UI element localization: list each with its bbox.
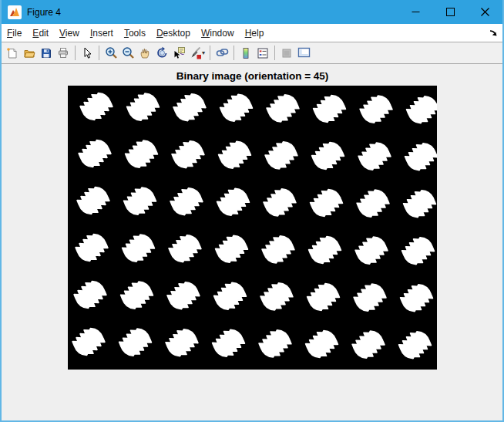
toolbar: ▾ [2,42,502,64]
menu-desktop[interactable]: Desktop [151,25,196,42]
axes-title: Binary image (orientation = 45) [68,70,437,82]
menu-window[interactable]: Window [196,25,240,42]
show-plot-tools-icon [297,46,311,59]
new-figure-button[interactable] [4,44,21,62]
toolbar-separator [234,46,234,60]
hide-plot-tools-icon [281,47,293,59]
zoom-in-button[interactable] [102,44,119,62]
figure-window: Figure 4 File Edit View [0,0,504,422]
menu-bar: File Edit View Insert Tools Desktop Wind… [2,24,502,42]
new-figure-icon [6,47,18,59]
rotate-3d-button[interactable] [153,44,170,62]
rotate-3d-icon [156,46,169,59]
insert-colorbar-icon [240,47,252,59]
pan-hand-icon [139,47,151,59]
brush-dropdown-caret[interactable]: ▾ [202,49,205,56]
print-figure-button[interactable] [55,44,72,62]
menu-view[interactable]: View [54,25,85,42]
binary-image [68,86,437,370]
dock-figure-arrow-icon [489,29,497,37]
dock-figure-button[interactable] [489,29,497,37]
figure-canvas: Binary image (orientation = 45) [2,64,502,420]
pan-button[interactable] [136,44,153,62]
toolbar-separator [99,46,99,60]
menu-help[interactable]: Help [240,25,270,42]
zoom-out-button[interactable] [119,44,136,62]
matlab-logo-icon [8,5,22,19]
edit-plot-pointer-button[interactable] [79,44,96,62]
toolbar-separator [75,46,76,60]
close-icon [481,8,489,16]
minimize-icon [412,8,420,16]
zoom-in-icon [105,46,118,59]
toolbar-separator [274,46,275,60]
minimize-button[interactable] [398,0,433,24]
menu-file[interactable]: File [2,25,27,42]
print-figure-icon [57,47,69,59]
window-title: Figure 4 [27,7,398,18]
insert-legend-icon [257,47,269,59]
close-button[interactable] [468,0,502,24]
binary-image-plot [68,86,437,370]
hide-plot-tools-button[interactable] [278,44,295,62]
save-figure-button[interactable] [38,44,55,62]
link-plot-button[interactable] [213,44,230,62]
data-cursor-icon [173,46,186,59]
pointer-icon [81,47,93,59]
open-file-button[interactable] [21,44,38,62]
maximize-icon [446,8,455,16]
zoom-out-icon [122,46,135,59]
show-plot-tools-button[interactable] [295,44,312,62]
title-bar[interactable]: Figure 4 [2,0,502,24]
maximize-button[interactable] [433,0,468,24]
link-plot-icon [216,46,229,59]
open-file-icon [23,47,35,59]
insert-colorbar-button[interactable] [237,44,254,62]
menu-insert[interactable]: Insert [85,25,119,42]
brush-icon [190,47,202,59]
menu-edit[interactable]: Edit [27,25,54,42]
menu-tools[interactable]: Tools [119,25,151,42]
insert-legend-button[interactable] [254,44,271,62]
save-figure-icon [40,47,52,59]
window-controls [398,0,502,24]
data-cursor-button[interactable] [170,44,187,62]
toolbar-separator [210,46,210,60]
